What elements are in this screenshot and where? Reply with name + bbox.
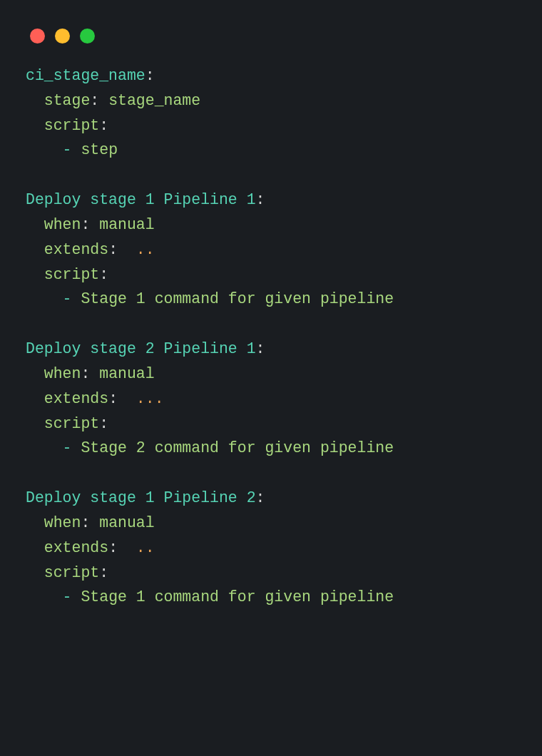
yaml-line: - Stage 2 command for given pipeline bbox=[26, 436, 516, 461]
yaml-line: stage: stage_name bbox=[26, 88, 516, 113]
yaml-value: stage_name bbox=[108, 92, 200, 109]
yaml-line: extends: ... bbox=[26, 387, 516, 412]
colon: : bbox=[256, 340, 265, 357]
blank-line bbox=[26, 461, 516, 486]
colon: : bbox=[108, 390, 118, 407]
yaml-value: manual bbox=[99, 365, 154, 382]
colon: : bbox=[81, 365, 90, 382]
colon: : bbox=[99, 117, 108, 134]
yaml-key: Deploy stage 1 Pipeline 2 bbox=[26, 489, 256, 506]
yaml-key: Deploy stage 2 Pipeline 1 bbox=[26, 340, 256, 357]
yaml-line: script: bbox=[26, 412, 516, 436]
yaml-line: script: bbox=[26, 113, 516, 138]
yaml-value: Stage 2 command for given pipeline bbox=[81, 439, 394, 456]
yaml-key: script bbox=[44, 117, 99, 134]
yaml-key: script bbox=[44, 415, 99, 432]
window-title-bar bbox=[0, 0, 542, 44]
close-icon[interactable] bbox=[30, 29, 45, 44]
yaml-dash: - bbox=[63, 141, 72, 158]
yaml-line: - Stage 1 command for given pipeline bbox=[26, 287, 516, 312]
minimize-icon[interactable] bbox=[55, 29, 70, 44]
yaml-dash: - bbox=[63, 588, 72, 606]
yaml-key: script bbox=[44, 564, 99, 581]
yaml-key: extends bbox=[44, 241, 108, 258]
yaml-key: extends bbox=[44, 390, 108, 407]
blank-line bbox=[26, 312, 516, 337]
yaml-value: Stage 1 command for given pipeline bbox=[81, 588, 394, 606]
yaml-block-header: Deploy stage 1 Pipeline 2: bbox=[26, 486, 516, 511]
colon: : bbox=[99, 564, 108, 581]
yaml-key: ci_stage_name bbox=[26, 67, 145, 84]
yaml-line: when: manual bbox=[26, 362, 516, 387]
colon: : bbox=[145, 67, 155, 84]
yaml-line: script: bbox=[26, 561, 516, 586]
colon: : bbox=[99, 415, 108, 432]
yaml-value: manual bbox=[99, 514, 154, 531]
yaml-value: Stage 1 command for given pipeline bbox=[81, 290, 394, 307]
colon: : bbox=[256, 191, 265, 208]
yaml-block-header: Deploy stage 2 Pipeline 1: bbox=[26, 337, 516, 362]
yaml-value: .. bbox=[127, 539, 155, 556]
yaml-key: extends bbox=[44, 539, 108, 556]
yaml-block-header: Deploy stage 1 Pipeline 1: bbox=[26, 188, 516, 213]
blank-line bbox=[26, 163, 516, 188]
yaml-dash: - bbox=[63, 439, 72, 456]
code-window: ci_stage_name: stage: stage_name script:… bbox=[0, 0, 542, 756]
colon: : bbox=[81, 216, 90, 233]
yaml-line: extends: .. bbox=[26, 536, 516, 561]
yaml-key: stage bbox=[44, 92, 91, 109]
yaml-key: Deploy stage 1 Pipeline 1 bbox=[26, 191, 256, 208]
colon: : bbox=[99, 266, 108, 283]
yaml-key: script bbox=[44, 266, 99, 283]
yaml-value: manual bbox=[99, 216, 154, 233]
yaml-line: extends: .. bbox=[26, 237, 516, 262]
yaml-line: script: bbox=[26, 262, 516, 287]
colon: : bbox=[108, 241, 118, 258]
yaml-line: when: manual bbox=[26, 511, 516, 536]
yaml-dash: - bbox=[63, 290, 72, 307]
code-editor: ci_stage_name: stage: stage_name script:… bbox=[0, 44, 542, 630]
yaml-key: when bbox=[44, 216, 81, 233]
yaml-line: when: manual bbox=[26, 213, 516, 237]
yaml-line: - step bbox=[26, 138, 516, 163]
yaml-line: - Stage 1 command for given pipeline bbox=[26, 585, 516, 610]
maximize-icon[interactable] bbox=[80, 29, 95, 44]
yaml-value: step bbox=[81, 141, 118, 158]
colon: : bbox=[256, 489, 265, 506]
yaml-value: ... bbox=[127, 390, 164, 407]
yaml-key: when bbox=[44, 365, 81, 382]
colon: : bbox=[108, 539, 118, 556]
colon: : bbox=[81, 514, 90, 531]
yaml-key: when bbox=[44, 514, 81, 531]
colon: : bbox=[90, 92, 99, 109]
yaml-value: .. bbox=[127, 241, 155, 258]
yaml-block-header: ci_stage_name: bbox=[26, 63, 516, 88]
